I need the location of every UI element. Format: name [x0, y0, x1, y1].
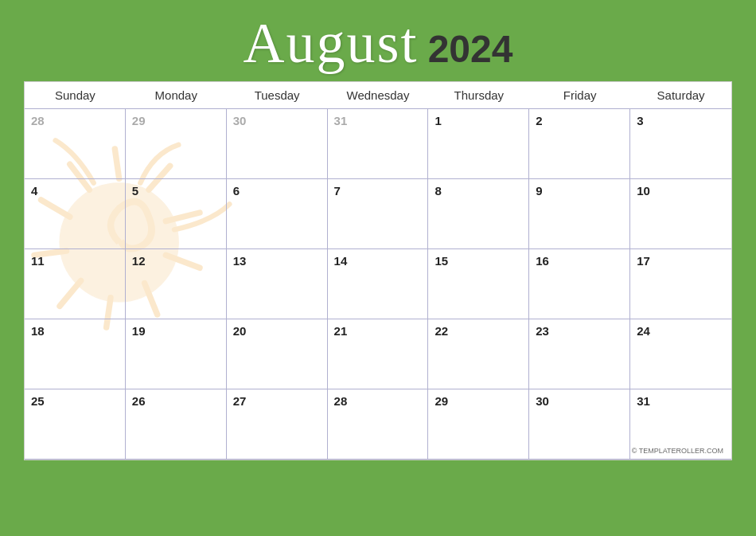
calendar-cell: 30: [227, 109, 328, 179]
day-header-tuesday: Tuesday: [227, 82, 328, 109]
calendar-cell: 29: [428, 389, 529, 460]
date-number: 28: [31, 114, 45, 127]
date-number: 27: [233, 394, 247, 408]
date-number: 14: [334, 254, 348, 268]
calendar-cell: 8: [428, 179, 529, 249]
date-number: 22: [435, 324, 448, 338]
calendar-wrapper: SundayMondayTuesdayWednesdayThursdayFrid…: [24, 81, 732, 460]
date-number: 9: [536, 184, 542, 198]
calendar-cell: 6: [227, 179, 328, 249]
calendar-header: August 2024: [244, 14, 513, 72]
calendar-cell: 26: [126, 389, 227, 460]
day-header-thursday: Thursday: [428, 82, 529, 109]
calendar-cell: 13: [227, 249, 328, 319]
calendar-cell: 28: [328, 389, 429, 460]
date-number: 26: [132, 394, 146, 408]
date-number: 7: [334, 184, 341, 198]
calendar-cell: 17: [630, 249, 731, 319]
date-number: 28: [334, 394, 348, 408]
date-number: 21: [334, 324, 348, 338]
date-number: 15: [435, 254, 448, 268]
date-number: 30: [233, 114, 247, 127]
date-number: 23: [536, 324, 549, 338]
calendar-cell: 15: [428, 249, 529, 319]
calendar-grid: 2829303112345678910111213141516171819202…: [25, 109, 731, 460]
date-number: 25: [31, 394, 45, 408]
date-number: 11: [31, 254, 45, 268]
calendar-cell: 25: [25, 389, 126, 460]
date-number: 10: [637, 184, 650, 198]
calendar-cell: 1: [428, 109, 529, 179]
calendar-cell: 11: [25, 249, 126, 319]
date-number: 29: [435, 394, 448, 408]
calendar-cell: 18: [25, 319, 126, 389]
calendar-cell: 31: [630, 389, 731, 460]
calendar-cell: 16: [529, 249, 630, 319]
day-header-friday: Friday: [529, 82, 630, 109]
calendar-cell: 29: [126, 109, 227, 179]
calendar-cell: 24: [630, 319, 731, 389]
days-header: SundayMondayTuesdayWednesdayThursdayFrid…: [25, 82, 731, 109]
day-header-saturday: Saturday: [630, 82, 731, 109]
calendar-cell: 22: [428, 319, 529, 389]
date-number: 6: [233, 184, 240, 198]
calendar-cell: 28: [25, 109, 126, 179]
date-number: 16: [536, 254, 549, 268]
year-title: 2024: [428, 30, 513, 68]
calendar-cell: 2: [529, 109, 630, 179]
date-number: 18: [31, 324, 45, 338]
date-number: 3: [637, 114, 643, 127]
date-number: 19: [132, 324, 146, 338]
calendar-cell: 19: [126, 319, 227, 389]
date-number: 20: [233, 324, 247, 338]
calendar-cell: 12: [126, 249, 227, 319]
day-header-monday: Monday: [126, 82, 227, 109]
day-header-wednesday: Wednesday: [328, 82, 429, 109]
date-number: 13: [233, 254, 247, 268]
date-number: 4: [31, 184, 37, 198]
date-number: 8: [435, 184, 441, 198]
calendar-cell: 5: [126, 179, 227, 249]
calendar-cell: 7: [328, 179, 429, 249]
day-header-sunday: Sunday: [25, 82, 126, 109]
calendar-cell: 14: [328, 249, 429, 319]
date-number: 30: [536, 394, 549, 408]
calendar-cell: 3: [630, 109, 731, 179]
date-number: 24: [637, 324, 650, 338]
calendar-cell: 31: [328, 109, 429, 179]
calendar-cell: 4: [25, 179, 126, 249]
calendar-cell: 21: [328, 319, 429, 389]
date-number: 29: [132, 114, 146, 127]
date-number: 17: [637, 254, 650, 268]
date-number: 5: [132, 184, 138, 198]
date-number: 1: [435, 114, 441, 127]
month-title: August: [244, 14, 419, 72]
date-number: 31: [334, 114, 348, 127]
calendar-cell: 9: [529, 179, 630, 249]
date-number: 12: [132, 254, 146, 268]
date-number: 31: [637, 394, 650, 408]
calendar-cell: 30: [529, 389, 630, 460]
calendar-cell: 27: [227, 389, 328, 460]
calendar-cell: 10: [630, 179, 731, 249]
date-number: 2: [536, 114, 542, 127]
calendar-cell: 20: [227, 319, 328, 389]
calendar-cell: 23: [529, 319, 630, 389]
